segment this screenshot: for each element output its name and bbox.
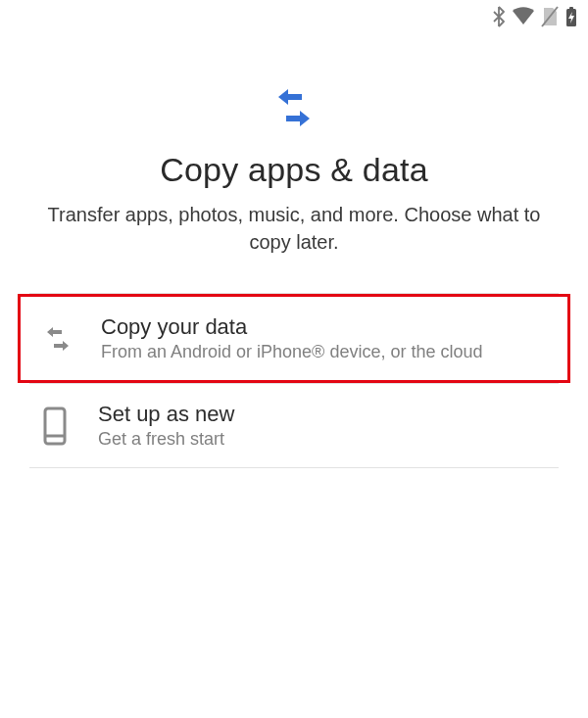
option-description: Get a fresh start	[98, 429, 559, 450]
status-bar	[0, 0, 588, 29]
option-highlight: Copy your data From an Android or iPhone…	[18, 294, 570, 383]
option-copy-data[interactable]: Copy your data From an Android or iPhone…	[21, 297, 567, 380]
options-list: Copy your data From an Android or iPhone…	[0, 293, 588, 468]
option-description: From an Android or iPhone® device, or th…	[101, 342, 556, 362]
wifi-icon	[512, 7, 535, 26]
no-sim-icon	[541, 6, 559, 27]
battery-charging-icon	[564, 6, 578, 27]
page-subtitle: Transfer apps, photos, music, and more. …	[35, 201, 553, 256]
option-title: Copy your data	[101, 314, 556, 340]
transfer-arrows-icon	[0, 86, 588, 129]
transfer-icon	[38, 326, 77, 352]
divider	[29, 467, 559, 468]
bluetooth-icon	[492, 6, 506, 27]
svg-rect-2	[569, 7, 573, 10]
svg-rect-3	[45, 408, 65, 444]
phone-icon	[35, 407, 74, 446]
page-title: Copy apps & data	[0, 151, 588, 189]
option-text: Set up as new Get a fresh start	[98, 402, 559, 450]
option-setup-new[interactable]: Set up as new Get a fresh start	[0, 384, 588, 467]
option-title: Set up as new	[98, 402, 559, 427]
option-text: Copy your data From an Android or iPhone…	[101, 314, 556, 362]
